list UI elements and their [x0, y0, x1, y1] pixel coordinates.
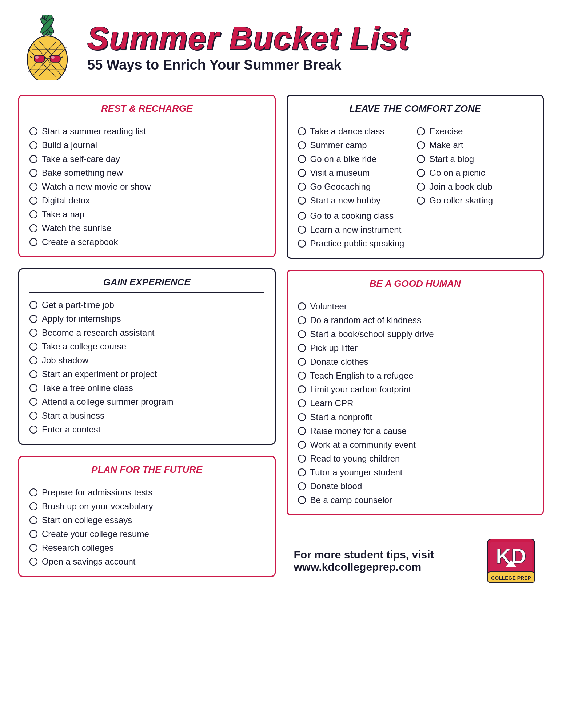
checkbox[interactable]: [298, 344, 306, 352]
list-item: Start on college essays: [29, 513, 264, 527]
checkbox[interactable]: [29, 183, 37, 191]
item-text: Go to a cooking class: [310, 211, 394, 221]
checkbox[interactable]: [298, 141, 306, 149]
checkbox[interactable]: [29, 370, 37, 378]
item-text: Prepare for admissions tests: [42, 487, 152, 498]
checkbox[interactable]: [29, 398, 37, 406]
checkbox[interactable]: [29, 210, 37, 218]
checkbox[interactable]: [417, 155, 425, 163]
item-text: Pick up litter: [310, 343, 358, 353]
item-text: Do a random act of kindness: [310, 315, 422, 325]
plan-future-title: PLAN FOR THE FUTURE: [29, 464, 264, 480]
checkbox[interactable]: [29, 384, 37, 392]
item-text: Take a dance class: [310, 126, 384, 136]
list-item: Visit a museum: [298, 166, 414, 180]
list-item: Donate clothes: [298, 355, 533, 369]
checkbox[interactable]: [29, 426, 37, 434]
checkbox[interactable]: [298, 240, 306, 248]
list-item: Donate blood: [298, 479, 533, 493]
item-text: Enter a contest: [42, 424, 100, 435]
list-item: Watch a new movie or show: [29, 180, 264, 194]
checkbox[interactable]: [298, 413, 306, 421]
checkbox[interactable]: [29, 412, 37, 420]
checkbox[interactable]: [417, 169, 425, 177]
checkbox[interactable]: [417, 183, 425, 191]
checkbox[interactable]: [298, 496, 306, 504]
checkbox[interactable]: [29, 558, 37, 566]
checkbox[interactable]: [29, 127, 37, 135]
footer-line1: For more student tips, visit: [294, 549, 434, 561]
checkbox[interactable]: [29, 530, 37, 538]
leave-comfort-col2: Exercise Make art Start a blog Go on a p…: [417, 124, 533, 207]
list-item: Make art: [417, 138, 533, 152]
checkbox[interactable]: [29, 544, 37, 552]
checkbox[interactable]: [298, 169, 306, 177]
checkbox[interactable]: [29, 516, 37, 524]
checkbox[interactable]: [417, 197, 425, 205]
list-item: Take a nap: [29, 207, 264, 221]
gain-experience-list: Get a part-time job Apply for internship…: [29, 298, 264, 436]
checkbox[interactable]: [298, 316, 306, 324]
checkbox[interactable]: [29, 169, 37, 177]
checkbox[interactable]: [298, 441, 306, 449]
checkbox[interactable]: [298, 468, 306, 476]
rest-recharge-list: Start a summer reading list Build a jour…: [29, 124, 264, 249]
checkbox[interactable]: [29, 155, 37, 163]
checkbox[interactable]: [29, 224, 37, 232]
checkbox[interactable]: [298, 330, 306, 338]
checkbox[interactable]: [417, 127, 425, 135]
item-text: Read to young children: [310, 454, 400, 464]
list-item: Summer camp: [298, 138, 414, 152]
checkbox[interactable]: [417, 141, 425, 149]
checkbox[interactable]: [298, 183, 306, 191]
item-text: Digital detox: [42, 195, 90, 206]
list-item: Take a dance class: [298, 124, 414, 138]
item-text: Limit your carbon footprint: [310, 384, 411, 395]
checkbox[interactable]: [298, 197, 306, 205]
list-item: Learn CPR: [298, 396, 533, 410]
item-text: Open a savings account: [42, 557, 136, 567]
item-text: Summer camp: [310, 140, 367, 150]
item-text: Work at a community event: [310, 440, 416, 450]
svg-text:COLLEGE PREP: COLLEGE PREP: [491, 575, 531, 581]
checkbox[interactable]: [298, 358, 306, 366]
checkbox[interactable]: [298, 385, 306, 393]
checkbox[interactable]: [29, 343, 37, 351]
checkbox[interactable]: [298, 302, 306, 310]
list-item: Go Geocaching: [298, 180, 414, 194]
checkbox[interactable]: [298, 482, 306, 490]
checkbox[interactable]: [29, 502, 37, 510]
checkbox[interactable]: [298, 127, 306, 135]
checkbox[interactable]: [29, 238, 37, 246]
checkbox[interactable]: [298, 427, 306, 435]
list-item: Be a camp counselor: [298, 493, 533, 507]
item-text: Volunteer: [310, 301, 347, 312]
checkbox[interactable]: [298, 455, 306, 463]
footer-text: For more student tips, visit www.kdcolle…: [294, 549, 434, 573]
checkbox[interactable]: [298, 155, 306, 163]
checkbox[interactable]: [29, 329, 37, 337]
checkbox[interactable]: [29, 315, 37, 323]
checkbox[interactable]: [29, 301, 37, 309]
item-text: Take a college course: [42, 341, 126, 352]
checkbox[interactable]: [29, 356, 37, 364]
checkbox[interactable]: [298, 372, 306, 380]
list-item: Take a college course: [29, 340, 264, 353]
list-item: Go to a cooking class: [298, 209, 533, 223]
checkbox[interactable]: [29, 488, 37, 496]
item-text: Attend a college summer program: [42, 397, 174, 407]
checkbox[interactable]: [298, 226, 306, 234]
checkbox[interactable]: [298, 399, 306, 407]
checkbox[interactable]: [29, 197, 37, 205]
list-item: Volunteer: [298, 300, 533, 313]
list-item: Tutor a younger student: [298, 466, 533, 479]
svg-point-21: [35, 56, 39, 59]
item-text: Go on a picnic: [429, 168, 485, 178]
item-text: Start a blog: [429, 154, 474, 164]
item-text: Brush up on your vocabulary: [42, 501, 153, 511]
checkbox[interactable]: [29, 141, 37, 149]
list-item: Digital detox: [29, 194, 264, 207]
item-text: Go roller skating: [429, 195, 493, 206]
item-text: Start a new hobby: [310, 195, 380, 206]
checkbox[interactable]: [298, 212, 306, 220]
